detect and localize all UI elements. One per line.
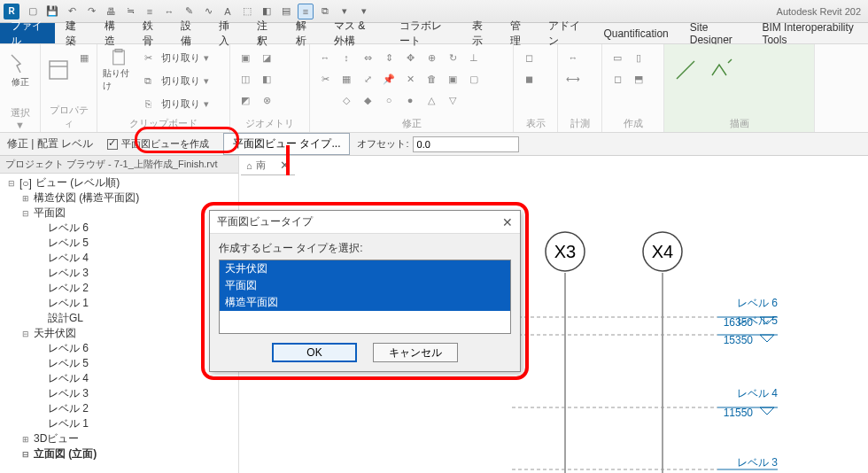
move-icon[interactable]: ✥ bbox=[400, 48, 420, 67]
draw-line-button[interactable] bbox=[670, 48, 701, 92]
misc3-icon[interactable]: ○ bbox=[379, 90, 399, 110]
qat-3d-icon[interactable]: ⬚ bbox=[239, 4, 255, 19]
qat-redo-icon[interactable]: ↷ bbox=[83, 4, 99, 19]
copy-tool-icon[interactable]: ⊕ bbox=[422, 48, 441, 67]
type-props-icon[interactable]: ▦ bbox=[74, 48, 94, 67]
match-icon[interactable]: ⎘ bbox=[138, 94, 158, 113]
qat-undo-icon[interactable]: ↶ bbox=[64, 4, 80, 19]
qat-text-icon[interactable]: A bbox=[220, 4, 236, 19]
tree-root-views[interactable]: ⊟[○] ビュー (レベル順) bbox=[7, 175, 235, 190]
offset-icon[interactable]: ↕ bbox=[337, 48, 356, 67]
offset-input[interactable] bbox=[413, 136, 519, 152]
qat-thin-lines-icon[interactable]: ≡ bbox=[298, 4, 314, 19]
qat-section-icon[interactable]: ◧ bbox=[259, 4, 275, 19]
dim-linear-icon[interactable]: ⟷ bbox=[563, 69, 583, 89]
tab-view[interactable]: 表示 bbox=[461, 23, 500, 43]
tab-sitedesigner[interactable]: Site Designer bbox=[679, 23, 752, 43]
rotate-icon[interactable]: ↻ bbox=[443, 48, 462, 67]
tab-structure[interactable]: 構造 bbox=[94, 23, 132, 43]
dialog-item-structural[interactable]: 構造平面図 bbox=[220, 294, 510, 311]
isolate-icon[interactable]: ◼ bbox=[519, 69, 539, 89]
view-tab-label[interactable]: 南 bbox=[256, 159, 266, 172]
home-icon[interactable]: ⌂ bbox=[246, 160, 252, 171]
dialog-item-floor[interactable]: 平面図 bbox=[220, 277, 510, 294]
tab-bim-interop[interactable]: BIM Interoperability Tools bbox=[751, 23, 868, 43]
qat-print-icon[interactable]: 🖶 bbox=[103, 4, 119, 19]
pin-icon[interactable]: 📌 bbox=[379, 69, 399, 89]
qat-measure-icon[interactable]: ≒ bbox=[122, 4, 138, 19]
tab-addins[interactable]: アドイン bbox=[538, 23, 593, 43]
demolish-icon[interactable]: ⊗ bbox=[257, 90, 276, 110]
qat-open-icon[interactable]: ▢ bbox=[25, 4, 41, 19]
misc5-icon[interactable]: △ bbox=[422, 90, 441, 110]
tab-analyze[interactable]: 解析 bbox=[285, 23, 323, 43]
trim-extend-icon[interactable]: ⊥ bbox=[464, 48, 484, 67]
tab-systems[interactable]: 設備 bbox=[170, 23, 208, 43]
misc6-icon[interactable]: ▽ bbox=[443, 90, 462, 110]
align-icon[interactable]: ↔ bbox=[315, 48, 335, 67]
tree-ceil-l3[interactable]: レベル 3 bbox=[35, 386, 235, 401]
tab-steel[interactable]: 鉄骨 bbox=[132, 23, 170, 43]
draw-pick-button[interactable] bbox=[705, 48, 737, 92]
create2-icon[interactable]: ▯ bbox=[629, 48, 648, 67]
create4-icon[interactable]: ⬒ bbox=[629, 69, 648, 89]
paint-icon[interactable]: ◩ bbox=[236, 90, 255, 110]
mirror-draw-icon[interactable]: ⇕ bbox=[379, 48, 399, 67]
qat-dim-icon[interactable]: ↔ bbox=[161, 4, 177, 19]
misc1-icon[interactable]: ◇ bbox=[337, 90, 356, 110]
misc4-icon[interactable]: ● bbox=[400, 90, 420, 110]
copy-icon[interactable]: ⧉ bbox=[138, 71, 158, 90]
tree-3d[interactable]: ⊞3Dビュー bbox=[21, 431, 235, 446]
delete-icon[interactable]: 🗑 bbox=[422, 69, 441, 89]
tab-architecture[interactable]: 建築 bbox=[55, 23, 93, 43]
dialog-close-icon[interactable]: ✕ bbox=[502, 215, 513, 229]
qat-save-icon[interactable]: 💾 bbox=[44, 4, 60, 19]
dialog-item-ceiling[interactable]: 天井伏図 bbox=[220, 260, 510, 277]
tab-annotate[interactable]: 注釈 bbox=[246, 23, 284, 43]
unpin-icon[interactable]: ✕ bbox=[400, 69, 420, 89]
hide-icon[interactable]: ◻ bbox=[519, 48, 539, 67]
tab-collaborate[interactable]: コラボレート bbox=[389, 23, 461, 43]
qat-plan-icon[interactable]: ▤ bbox=[278, 4, 294, 19]
qat-align-icon[interactable]: ≡ bbox=[142, 4, 158, 19]
tab-file[interactable]: ファイル bbox=[0, 23, 55, 43]
qat-trim-icon[interactable]: ✎ bbox=[181, 4, 197, 19]
cut-icon[interactable]: ✂ bbox=[138, 48, 158, 67]
level-5-line[interactable]: レベル 5 15350 bbox=[512, 314, 778, 346]
dialog-ok-button[interactable]: OK bbox=[272, 343, 357, 362]
tab-insert[interactable]: 挿入 bbox=[208, 23, 246, 43]
tree-ceil-l1[interactable]: レベル 1 bbox=[35, 416, 235, 431]
tree-elevation[interactable]: ⊟立面図 (立面) bbox=[21, 446, 235, 461]
group-icon[interactable]: ▣ bbox=[443, 69, 462, 89]
qat-switch-win-icon[interactable]: ▾ bbox=[337, 4, 353, 19]
make-plan-view-checkbox[interactable]: 平面図ビューを作成 bbox=[100, 135, 216, 153]
dim-aligned-icon[interactable]: ↔ bbox=[563, 48, 583, 67]
qat-curve-icon[interactable]: ∿ bbox=[200, 4, 216, 19]
qat-close-hidden-icon[interactable]: ⧉ bbox=[317, 4, 333, 19]
level-4-line[interactable]: レベル 4 11550 bbox=[512, 387, 778, 419]
array-icon[interactable]: ▦ bbox=[337, 69, 356, 89]
tab-massing[interactable]: マス & 外構 bbox=[323, 23, 389, 43]
misc2-icon[interactable]: ◆ bbox=[358, 90, 377, 110]
tree-ceil-l2[interactable]: レベル 2 bbox=[35, 401, 235, 416]
paste-button[interactable]: 貼り付け bbox=[103, 48, 135, 92]
split-icon[interactable]: ✂ bbox=[315, 69, 335, 89]
level-3-line[interactable]: レベル 3 bbox=[512, 456, 778, 469]
cut-geom-icon[interactable]: ◪ bbox=[257, 48, 276, 67]
checkbox-icon[interactable] bbox=[107, 139, 118, 150]
create1-icon[interactable]: ▭ bbox=[608, 48, 627, 67]
tab-manage[interactable]: 管理 bbox=[500, 23, 538, 43]
ungroup-icon[interactable]: ▢ bbox=[464, 69, 484, 89]
dialog-cancel-button[interactable]: キャンセル bbox=[373, 343, 458, 362]
properties-button[interactable] bbox=[46, 48, 71, 92]
cope-icon[interactable]: ▣ bbox=[236, 48, 255, 67]
dialog-listbox[interactable]: 天井伏図 平面図 構造平面図 bbox=[219, 260, 511, 334]
mirror-axis-icon[interactable]: ⇔ bbox=[358, 48, 377, 67]
split-face-icon[interactable]: ◧ bbox=[257, 69, 276, 89]
qat-customize-icon[interactable]: ▾ bbox=[356, 4, 372, 19]
scale-icon[interactable]: ⤢ bbox=[358, 69, 377, 89]
tab-quantification[interactable]: Quantification bbox=[593, 23, 678, 43]
create3-icon[interactable]: ◻ bbox=[608, 69, 627, 89]
join-icon[interactable]: ◫ bbox=[236, 69, 255, 89]
modify-tool-button[interactable]: 修正 bbox=[5, 48, 35, 92]
